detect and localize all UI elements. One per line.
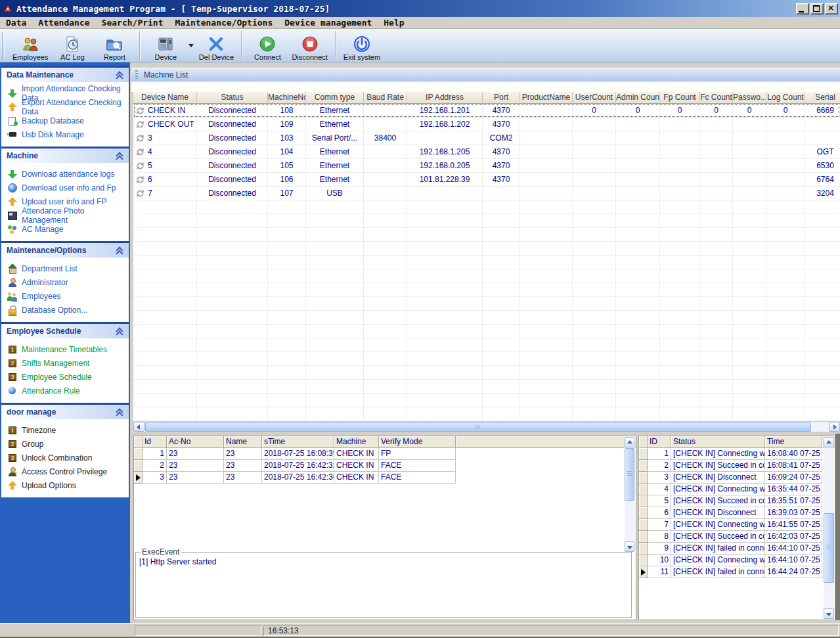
- section-header-door-manage[interactable]: door manage: [1, 403, 129, 419]
- section-header-data-maintenance[interactable]: Data Maintenance: [1, 66, 129, 82]
- machine-row[interactable]: 4Disconnected104Ethernet192.168.1.205437…: [133, 145, 840, 159]
- column-header[interactable]: Baud Rate: [364, 92, 407, 104]
- column-header[interactable]: Name: [224, 436, 262, 448]
- del-device-button[interactable]: Del Device: [195, 30, 237, 62]
- table-row[interactable]: 4[CHECK IN] Connecting with16:35:44 07-2…: [639, 484, 835, 495]
- exit-system-button[interactable]: Exit system: [340, 30, 384, 62]
- section-header-machine[interactable]: Machine: [1, 147, 129, 163]
- table-row[interactable]: 9[CHECK IN] failed in connect16:44:10 07…: [639, 543, 835, 555]
- section-header-maintenance-options[interactable]: Maintenance/Options: [1, 241, 129, 258]
- sidebar-item-administrator[interactable]: Administrator: [1, 275, 129, 289]
- table-row[interactable]: 2[CHECK IN] Succeed in conn16:08:41 07-2…: [639, 460, 835, 472]
- sidebar-item-export-attendance-checking-data[interactable]: Export Attendance Checking Data: [1, 100, 129, 114]
- collapse-chevron-icon[interactable]: [116, 408, 123, 417]
- machine-row[interactable]: CHECK OUTDisconnected109Ethernet192.168.…: [133, 118, 840, 131]
- scroll-down-button[interactable]: [824, 608, 834, 619]
- horizontal-scrollbar[interactable]: [133, 421, 840, 432]
- column-header[interactable]: Time: [765, 436, 822, 448]
- machine-row[interactable]: 7Disconnected107USB3204: [133, 187, 840, 200]
- table-row[interactable]: 10[CHECK IN] Connecting with16:44:10 07-…: [639, 555, 835, 566]
- sidebar-item-group[interactable]: Group: [1, 437, 129, 451]
- column-header[interactable]: ProductName: [520, 92, 573, 104]
- column-header[interactable]: Admin Count: [616, 92, 660, 104]
- column-header[interactable]: Passwo...: [733, 92, 766, 104]
- column-header[interactable]: sTime: [262, 436, 334, 448]
- menu-attendance[interactable]: Attendance: [32, 18, 95, 28]
- row-selector[interactable]: [639, 495, 648, 507]
- table-row[interactable]: 323232018-07-25 16:42:36CHECK INFACE: [134, 472, 636, 484]
- column-header[interactable]: Comm type: [306, 92, 364, 104]
- sidebar-item-database-option-[interactable]: Database Option...: [1, 303, 129, 317]
- sidebar-item-access-control-privilege[interactable]: Access Control Privilege: [1, 465, 129, 478]
- table-row[interactable]: 123232018-07-25 16:08:39CHECK INFP: [134, 448, 636, 460]
- ac-log-button[interactable]: AC Log: [51, 30, 93, 62]
- table-row[interactable]: 11[CHECK IN] failed in connect16:44:24 0…: [639, 566, 835, 578]
- row-selector[interactable]: [639, 531, 648, 543]
- column-header[interactable]: Port: [483, 92, 520, 104]
- row-selector[interactable]: [134, 448, 143, 460]
- table-row[interactable]: 5[CHECK IN] Succeed in conn16:35:51 07-2…: [639, 495, 835, 507]
- scroll-down-button[interactable]: [625, 541, 634, 552]
- menu-device-management[interactable]: Device management: [278, 18, 378, 28]
- scrollbar-thumb[interactable]: [625, 448, 634, 501]
- machine-row[interactable]: 6Disconnected106Ethernet101.81.228.39437…: [133, 173, 840, 187]
- table-row[interactable]: 7[CHECK IN] Connecting with16:41:55 07-2…: [639, 519, 835, 531]
- menu-search-print[interactable]: Search/Print: [96, 18, 169, 28]
- collapse-chevron-icon[interactable]: [116, 246, 123, 255]
- scroll-right-button[interactable]: [829, 422, 840, 432]
- row-selector[interactable]: [639, 448, 648, 460]
- column-header[interactable]: Log Count: [766, 92, 805, 104]
- column-header[interactable]: MachineNo.: [268, 92, 306, 104]
- column-header[interactable]: Fc Count: [700, 92, 733, 104]
- sidebar-item-upload-options[interactable]: Upload Options: [1, 478, 129, 492]
- column-header[interactable]: Machine: [334, 436, 379, 448]
- row-selector[interactable]: [134, 460, 143, 472]
- scroll-up-button[interactable]: [625, 437, 634, 447]
- records-vertical-scrollbar[interactable]: [625, 437, 635, 552]
- machine-row[interactable]: CHECK INDisconnected108Ethernet192.168.1…: [133, 104, 840, 118]
- row-selector[interactable]: [639, 519, 648, 531]
- report-button[interactable]: Report: [93, 30, 135, 62]
- column-header[interactable]: Serial: [805, 92, 840, 104]
- column-header[interactable]: IP Address: [407, 92, 483, 104]
- sidebar-item-attendance-photo-management[interactable]: Attendance Photo Management: [1, 208, 129, 222]
- table-row[interactable]: 1[CHECK IN] Connecting with16:08:40 07-2…: [639, 448, 835, 460]
- table-row[interactable]: 223232018-07-25 16:42:32CHECK INFACE: [134, 460, 636, 472]
- menu-data[interactable]: Data: [0, 18, 32, 28]
- menu-help[interactable]: Help: [378, 18, 410, 28]
- scrollbar-thumb[interactable]: [145, 422, 811, 432]
- sidebar-item-download-attendance-logs[interactable]: Download attendance logs: [1, 167, 129, 181]
- machine-row[interactable]: 5Disconnected105Ethernet192.168.0.205437…: [133, 159, 840, 173]
- close-button[interactable]: ×: [825, 3, 838, 14]
- table-row[interactable]: 8[CHECK IN] Succeed in conn16:42:03 07-2…: [639, 531, 835, 543]
- sidebar-item-shifts-management[interactable]: Shifts Management: [1, 356, 129, 370]
- employees-button[interactable]: Employees: [9, 30, 51, 62]
- column-header[interactable]: Verify Mode: [379, 436, 456, 448]
- row-selector[interactable]: [639, 507, 648, 519]
- row-selector[interactable]: [639, 472, 648, 484]
- scroll-left-button[interactable]: [133, 422, 144, 432]
- menu-maintenance-options[interactable]: Maintenance/Options: [169, 18, 279, 28]
- row-selector[interactable]: [639, 543, 648, 555]
- device-button[interactable]: Device: [144, 30, 187, 62]
- scrollbar-thumb[interactable]: [824, 513, 834, 583]
- column-header[interactable]: UserCount: [573, 92, 616, 104]
- column-header[interactable]: ID: [648, 436, 671, 448]
- device-dropdown-button[interactable]: [187, 30, 195, 61]
- sidebar-item-employee-schedule[interactable]: Employee Schedule: [1, 370, 129, 384]
- column-header[interactable]: Id: [143, 436, 167, 448]
- sidebar-item-maintenance-timetables[interactable]: Maintenance Timetables: [1, 342, 129, 356]
- sidebar-item-unlock-combination[interactable]: Unlock Combination: [1, 451, 129, 465]
- column-header[interactable]: Ac-No: [167, 436, 224, 448]
- column-header[interactable]: Status: [197, 92, 268, 104]
- section-header-employee-schedule[interactable]: Employee Schedule: [1, 322, 129, 338]
- collapse-chevron-icon[interactable]: [116, 327, 123, 336]
- sidebar-item-department-list[interactable]: Department List: [1, 262, 129, 275]
- sidebar-item-usb-disk-manage[interactable]: Usb Disk Manage: [1, 127, 129, 141]
- minimize-button[interactable]: [796, 3, 809, 14]
- column-header[interactable]: Status: [671, 436, 765, 448]
- machine-row[interactable]: 3Disconnected103Serial Port/...38400COM2: [133, 131, 840, 145]
- maximize-button[interactable]: [810, 3, 824, 14]
- sidebar-item-employees[interactable]: Employees: [1, 289, 129, 303]
- row-selector[interactable]: [639, 555, 648, 566]
